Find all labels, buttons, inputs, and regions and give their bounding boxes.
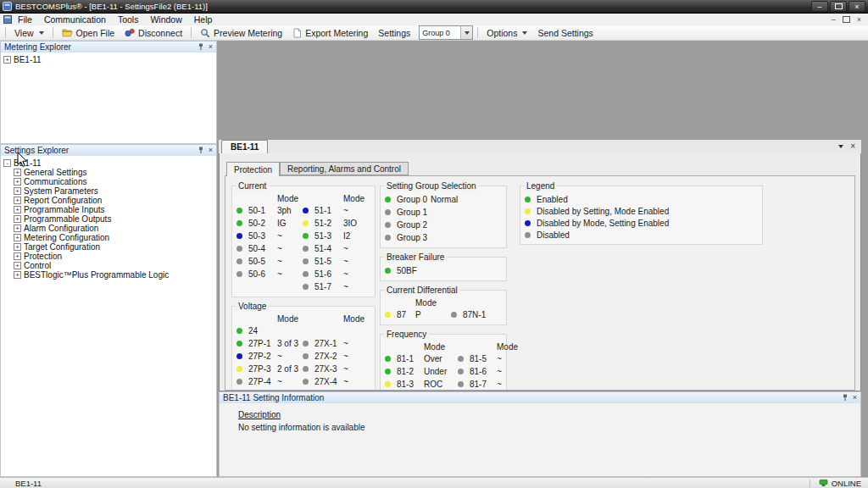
minimize-icon[interactable]: –: [811, 1, 828, 12]
expand-icon[interactable]: [14, 169, 21, 176]
element-label[interactable]: 50-1: [248, 206, 277, 215]
element-label[interactable]: 51-7: [314, 282, 343, 291]
tree-item-be1-11[interactable]: BE1-11: [3, 54, 216, 64]
element-label[interactable]: 51-6: [314, 269, 343, 279]
element-mode: 3 of 3: [277, 339, 303, 348]
element-label[interactable]: 27P-1: [248, 339, 277, 348]
element-label[interactable]: 81-1: [397, 354, 424, 363]
element-label[interactable]: 27X-3: [314, 364, 343, 374]
element-label[interactable]: 81-2: [397, 367, 424, 376]
tree-item[interactable]: System Parameters: [14, 186, 216, 196]
mdi-minimize-icon[interactable]: –: [832, 15, 836, 24]
tree-item-be1-11[interactable]: BE1-11: [3, 158, 216, 168]
pin-icon[interactable]: [842, 394, 849, 402]
send-settings-button[interactable]: Send Settings: [533, 27, 597, 39]
tree-item[interactable]: Report Configuration: [14, 196, 216, 205]
element-label[interactable]: 27P-3: [248, 364, 277, 374]
tab-list-icon[interactable]: [838, 145, 843, 148]
close-icon[interactable]: ×: [850, 141, 855, 151]
expand-icon[interactable]: [14, 206, 21, 214]
close-icon[interactable]: ×: [853, 394, 857, 402]
expand-icon[interactable]: [14, 225, 21, 232]
status-dot: [385, 209, 391, 215]
menu-item[interactable]: Tools: [112, 14, 145, 25]
menu-item[interactable]: File: [12, 14, 38, 25]
element-label[interactable]: 27X-1: [314, 339, 343, 348]
tree-item[interactable]: Control: [14, 261, 216, 270]
element-label[interactable]: 50BF: [397, 266, 431, 275]
element-label[interactable]: 51-2: [314, 219, 343, 228]
element-label[interactable]: 87: [397, 310, 415, 319]
mdi-child-icon[interactable]: [3, 15, 12, 24]
element-label[interactable]: 51-5: [314, 257, 343, 266]
element-label[interactable]: 87N-1: [463, 310, 503, 319]
tree-item[interactable]: General Settings: [14, 168, 216, 177]
maximize-icon[interactable]: [830, 1, 847, 12]
group-select[interactable]: Group 0: [419, 25, 473, 40]
view-button[interactable]: View: [10, 27, 48, 39]
tree-item[interactable]: Programmable Outputs: [14, 214, 216, 224]
element-label[interactable]: 50-2: [248, 219, 277, 228]
disconnect-button[interactable]: Disconnect: [120, 27, 186, 39]
document-tab-be1-11[interactable]: BE1-11: [221, 140, 268, 153]
close-icon[interactable]: ×: [849, 1, 865, 12]
expand-icon[interactable]: [14, 178, 21, 186]
element-label[interactable]: 50-4: [248, 244, 277, 253]
open-file-button[interactable]: Open File: [58, 27, 120, 39]
close-icon[interactable]: ×: [209, 147, 213, 154]
tree-item[interactable]: Programmable Inputs: [14, 205, 216, 214]
element-label[interactable]: 27X-4: [314, 377, 343, 386]
group-label[interactable]: Group 0: [397, 195, 431, 204]
tab-strip-buttons: ×: [838, 141, 861, 153]
tree-item[interactable]: Communications: [14, 177, 216, 186]
tab-reporting-alarms-control[interactable]: Reporting, Alarms and Control: [280, 162, 409, 175]
tree-item[interactable]: BESTlogic™Plus Programmable Logic: [14, 270, 216, 280]
expand-icon[interactable]: [3, 56, 11, 64]
element-label[interactable]: 51-1: [314, 206, 343, 215]
element-label[interactable]: 50-3: [248, 231, 277, 241]
element-label[interactable]: 27P-2: [248, 352, 277, 361]
tree-item[interactable]: Metering Configuration: [14, 233, 216, 242]
element-label[interactable]: 50-5: [248, 257, 277, 266]
expand-icon[interactable]: [14, 187, 21, 195]
export-metering-button[interactable]: Export Metering: [288, 27, 372, 39]
close-icon[interactable]: ×: [209, 43, 213, 51]
element-label[interactable]: 27X-2: [314, 352, 343, 361]
expand-icon[interactable]: [14, 197, 21, 204]
preview-metering-button[interactable]: Preview Metering: [196, 27, 287, 39]
element-label[interactable]: 81-7: [470, 380, 497, 389]
group-label[interactable]: Group 1: [397, 208, 431, 217]
element-label[interactable]: 27P-4: [248, 377, 277, 386]
pin-icon[interactable]: [198, 147, 204, 154]
element-label[interactable]: 24: [248, 326, 277, 336]
expand-icon[interactable]: [14, 252, 21, 260]
group-label[interactable]: Group 2: [397, 220, 431, 230]
tree-item[interactable]: Target Configuration: [14, 242, 216, 252]
group-label[interactable]: Group 3: [397, 233, 431, 242]
options-button[interactable]: Options: [482, 27, 531, 39]
menu-item[interactable]: Communication: [38, 14, 112, 25]
element-label[interactable]: 51-4: [314, 244, 343, 253]
menu-item[interactable]: Window: [144, 14, 187, 25]
expand-icon[interactable]: [14, 271, 21, 279]
element-label[interactable]: 81-6: [470, 367, 497, 376]
tab-protection[interactable]: Protection: [226, 162, 280, 176]
element-label[interactable]: 50-6: [248, 269, 277, 279]
expand-icon[interactable]: [14, 234, 21, 241]
menu-item[interactable]: Help: [188, 14, 219, 25]
tree-item[interactable]: Protection: [14, 252, 216, 261]
expand-icon[interactable]: [14, 262, 21, 269]
protection-element-row: 81-3 ROC 81-7 ~: [385, 378, 503, 391]
element-label[interactable]: 81-5: [470, 354, 497, 363]
combo-arrow[interactable]: [460, 26, 472, 39]
mdi-close-icon[interactable]: ×: [857, 15, 861, 24]
element-label[interactable]: 27P-5: [248, 390, 277, 391]
element-label[interactable]: 81-3: [397, 380, 424, 389]
expand-icon[interactable]: [14, 215, 21, 223]
element-label[interactable]: 51-3: [314, 231, 343, 241]
tree-item[interactable]: Alarm Configuration: [14, 224, 216, 233]
expand-icon[interactable]: [14, 243, 21, 251]
collapse-icon[interactable]: [3, 159, 11, 167]
pin-icon[interactable]: [198, 43, 204, 51]
mdi-restore-icon[interactable]: [843, 16, 850, 23]
